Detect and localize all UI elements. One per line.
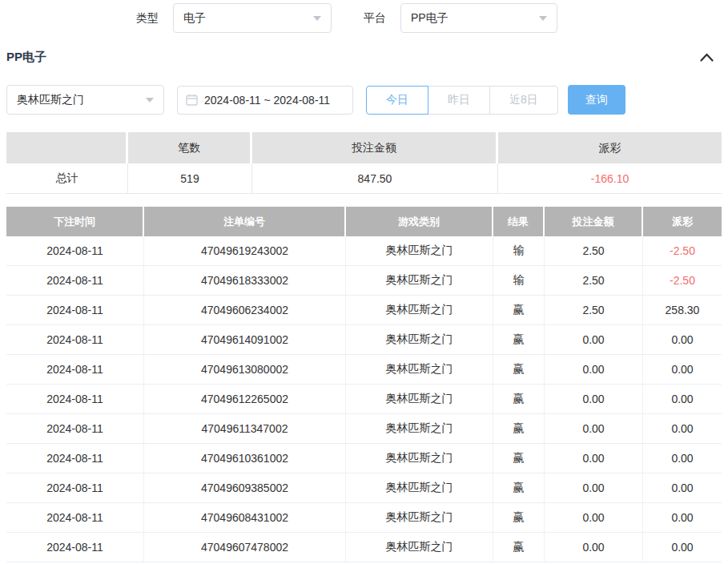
cell-result: 赢 <box>493 414 545 444</box>
cell-game-type: 奥林匹斯之门 <box>346 236 493 266</box>
section-title: PP电子 <box>6 50 46 65</box>
cell-bet-amount: 0.00 <box>545 473 643 503</box>
calendar-icon <box>186 94 198 106</box>
cell-bet-time: 2024-08-11 <box>6 325 144 355</box>
cell-bet-time: 2024-08-11 <box>6 444 144 473</box>
chevron-down-icon <box>313 16 321 21</box>
table-row: 2024-08-11 47049619243002 奥林匹斯之门 输 2.50 … <box>6 236 722 266</box>
cell-bet-amount: 2.50 <box>545 266 643 296</box>
table-row: 2024-08-11 47049607478002 奥林匹斯之门 赢 0.00 … <box>6 533 722 562</box>
top-filter-row: 类型 电子 平台 PP电子 <box>136 3 557 33</box>
cell-game-type: 奥林匹斯之门 <box>346 503 493 533</box>
cell-bet-id: 47049610361002 <box>144 444 346 473</box>
platform-select-value: PP电子 <box>411 11 448 26</box>
cell-game-type: 奥林匹斯之门 <box>346 385 493 414</box>
summary-col-count: 笔数 <box>128 132 252 163</box>
cell-bet-time: 2024-08-11 <box>6 533 144 562</box>
cell-result: 赢 <box>493 503 545 533</box>
cell-bet-id: 47049619243002 <box>144 236 346 266</box>
detail-table: 下注时间 注单编号 游戏类别 结果 投注金额 派彩 2024-08-11 470… <box>6 207 722 562</box>
cell-bet-id: 47049607478002 <box>144 533 346 562</box>
today-button[interactable]: 今日 <box>366 86 428 115</box>
cell-bet-time: 2024-08-11 <box>6 296 144 325</box>
cell-bet-time: 2024-08-11 <box>6 355 144 385</box>
cell-bet-time: 2024-08-11 <box>6 503 144 533</box>
platform-select[interactable]: PP电子 <box>400 3 557 33</box>
summary-col-bet-amount: 投注金额 <box>252 132 498 163</box>
cell-bet-amount: 2.50 <box>545 296 643 325</box>
cell-bet-time: 2024-08-11 <box>6 473 144 503</box>
type-label: 类型 <box>136 11 159 26</box>
detail-col-game-type: 游戏类别 <box>346 207 493 236</box>
table-row: 2024-08-11 47049608431002 奥林匹斯之门 赢 0.00 … <box>6 503 722 533</box>
table-row: 2024-08-11 47049614091002 奥林匹斯之门 赢 0.00 … <box>6 325 722 355</box>
type-select[interactable]: 电子 <box>173 3 332 33</box>
cell-bet-time: 2024-08-11 <box>6 385 144 414</box>
cell-result: 赢 <box>493 325 545 355</box>
search-button[interactable]: 查询 <box>568 85 625 115</box>
cell-bet-time: 2024-08-11 <box>6 414 144 444</box>
table-row: 2024-08-11 47049606234002 奥林匹斯之门 赢 2.50 … <box>6 296 722 325</box>
cell-bet-id: 47049611347002 <box>144 414 346 444</box>
cell-bet-amount: 0.00 <box>545 325 643 355</box>
cell-bet-id: 47049618333002 <box>144 266 346 296</box>
cell-game-type: 奥林匹斯之门 <box>346 325 493 355</box>
cell-game-type: 奥林匹斯之门 <box>346 533 493 562</box>
game-select-value: 奥林匹斯之门 <box>17 93 84 107</box>
summary-table: 笔数 投注金额 派彩 总计 519 847.50 -166.10 <box>6 132 722 194</box>
detail-col-result: 结果 <box>493 207 545 236</box>
chevron-up-icon <box>700 53 714 62</box>
cell-payout: 0.00 <box>643 355 722 385</box>
page: 类型 电子 平台 PP电子 PP电子 奥林匹斯之门 <box>0 0 728 564</box>
cell-payout: 258.30 <box>643 296 722 325</box>
summary-payout-value: -166.10 <box>498 163 722 194</box>
quick-filter-group: 今日 昨日 近8日 <box>366 86 558 115</box>
cell-bet-amount: 0.00 <box>545 444 643 473</box>
detail-table-body: 2024-08-11 47049619243002 奥林匹斯之门 输 2.50 … <box>6 236 722 562</box>
cell-result: 输 <box>493 236 545 266</box>
detail-col-bet-amount: 投注金额 <box>545 207 643 236</box>
cell-payout: 0.00 <box>643 414 722 444</box>
table-row: 2024-08-11 47049612265002 奥林匹斯之门 赢 0.00 … <box>6 385 722 414</box>
cell-bet-id: 47049606234002 <box>144 296 346 325</box>
collapse-button[interactable] <box>698 51 715 63</box>
cell-bet-amount: 0.00 <box>545 414 643 444</box>
summary-count-value: 519 <box>128 163 252 194</box>
cell-bet-time: 2024-08-11 <box>6 266 144 296</box>
table-row: 2024-08-11 47049610361002 奥林匹斯之门 赢 0.00 … <box>6 444 722 473</box>
summary-col-empty <box>6 132 128 163</box>
game-select[interactable]: 奥林匹斯之门 <box>6 85 164 115</box>
yesterday-button[interactable]: 昨日 <box>428 86 490 115</box>
cell-bet-amount: 2.50 <box>545 236 643 266</box>
cell-payout: 0.00 <box>643 444 722 473</box>
last-8-days-button[interactable]: 近8日 <box>489 86 558 115</box>
cell-payout: 0.00 <box>643 325 722 355</box>
summary-total-row: 总计 519 847.50 -166.10 <box>6 163 722 194</box>
cell-result: 赢 <box>493 355 545 385</box>
summary-col-payout: 派彩 <box>498 132 722 163</box>
chevron-down-icon <box>539 16 547 21</box>
cell-result: 赢 <box>493 385 545 414</box>
cell-payout: 0.00 <box>643 533 722 562</box>
summary-header-row: 笔数 投注金额 派彩 <box>6 132 722 163</box>
cell-bet-amount: 0.00 <box>545 533 643 562</box>
cell-game-type: 奥林匹斯之门 <box>346 444 493 473</box>
cell-result: 赢 <box>493 296 545 325</box>
date-range-input[interactable]: 2024-08-11 ~ 2024-08-11 <box>177 86 353 115</box>
cell-bet-id: 47049614091002 <box>144 325 346 355</box>
date-range-value: 2024-08-11 ~ 2024-08-11 <box>204 94 330 107</box>
platform-label: 平台 <box>364 11 386 26</box>
cell-bet-amount: 0.00 <box>545 385 643 414</box>
cell-payout: 0.00 <box>643 385 722 414</box>
detail-header-row: 下注时间 注单编号 游戏类别 结果 投注金额 派彩 <box>6 207 722 236</box>
section-header: PP电子 <box>6 50 715 65</box>
cell-game-type: 奥林匹斯之门 <box>346 355 493 385</box>
cell-bet-id: 47049613080002 <box>144 355 346 385</box>
cell-game-type: 奥林匹斯之门 <box>346 266 493 296</box>
cell-bet-amount: 0.00 <box>545 355 643 385</box>
cell-result: 赢 <box>493 533 545 562</box>
cell-bet-id: 47049612265002 <box>144 385 346 414</box>
cell-payout: -2.50 <box>643 266 722 296</box>
cell-game-type: 奥林匹斯之门 <box>346 414 493 444</box>
cell-bet-id: 47049608431002 <box>144 503 346 533</box>
